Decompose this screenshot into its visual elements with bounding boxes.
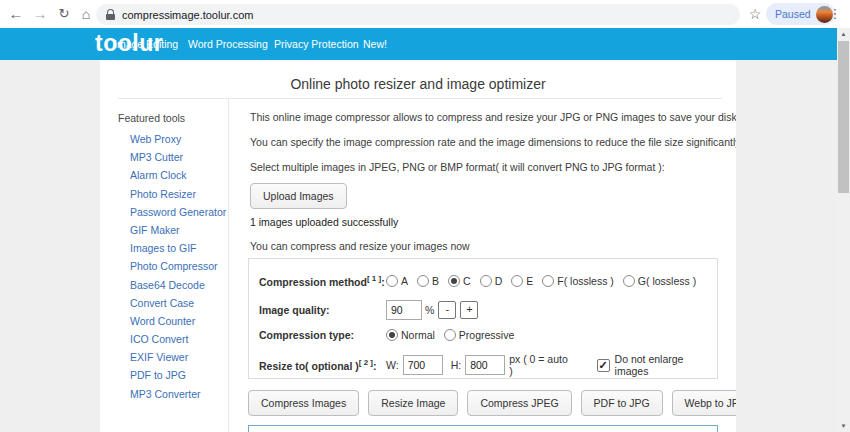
browser-toolbar: ← → ↻ ⌂ compressimage.toolur.com ☆ Pause… <box>0 0 850 28</box>
image-quality-row: Image quality: % - + <box>259 300 711 320</box>
method-option-label: F( lossless ) <box>557 275 614 287</box>
reload-icon[interactable]: ↻ <box>54 0 74 28</box>
sidebar-item-web-proxy[interactable]: Web Proxy <box>130 130 226 148</box>
intro-paragraph-3: Select multiple images in JPEG, PNG or B… <box>250 161 665 173</box>
quality-unit: % <box>425 304 434 316</box>
method-radio-f-lossless[interactable] <box>542 275 554 287</box>
method-radio-b[interactable] <box>417 275 429 287</box>
quality-input[interactable] <box>386 300 422 320</box>
image-quality-label: Image quality: <box>259 304 386 316</box>
resize-label: Resize to( optional )[ 2 ]: <box>259 358 386 372</box>
sidebar-item-convert-case[interactable]: Convert Case <box>130 294 226 312</box>
nav-item-privacy-protection[interactable]: Privacy Protection <box>274 28 359 60</box>
sidebar-item-ico-convert[interactable]: ICO Convert <box>130 330 226 348</box>
sidebar-item-password-generator[interactable]: Password Generator <box>130 203 226 221</box>
compress-images-button[interactable]: Compress Images <box>248 390 359 416</box>
width-label: W: <box>386 359 399 371</box>
browser-menu-icon[interactable]: ⋮ <box>826 0 844 28</box>
compression-method-row: Compression method[ 1 ]: A B C D E F( lo… <box>259 274 711 288</box>
intro-paragraph-1: This online image compressor allows to c… <box>250 111 736 123</box>
quality-increase-button[interactable]: + <box>460 301 478 319</box>
method-radio-a[interactable] <box>386 275 398 287</box>
compression-type-label: Compression type: <box>259 329 386 341</box>
upload-images-button[interactable]: Upload Images <box>250 183 347 209</box>
forward-icon[interactable]: → <box>30 0 50 28</box>
sidebar-item-pdf-to-jpg[interactable]: PDF to JPG <box>130 366 226 384</box>
action-buttons-row: Compress Images Resize Image Compress JP… <box>248 390 736 416</box>
type-radio-normal[interactable] <box>386 329 398 341</box>
sidebar-item-mp3-cutter[interactable]: MP3 Cutter <box>130 148 226 166</box>
type-radio-progressive[interactable] <box>444 329 456 341</box>
upload-status-text: 1 images uploaded successfully <box>250 216 398 228</box>
page-title: Online photo resizer and image optimizer <box>100 76 736 92</box>
scroll-up-icon[interactable]: ▲ <box>837 28 850 40</box>
result-info-box <box>248 425 718 432</box>
webp-to-jpg-button[interactable]: Webp to JPG <box>672 390 736 416</box>
compression-options-panel: Compression method[ 1 ]: A B C D E F( lo… <box>248 258 718 379</box>
compression-type-row: Compression type: Normal Progressive <box>259 329 711 341</box>
sidebar-heading: Featured tools <box>118 112 185 124</box>
height-label: H: <box>451 359 462 371</box>
address-bar[interactable]: compressimage.toolur.com <box>96 4 740 25</box>
divider <box>228 98 229 432</box>
scrollbar-thumb[interactable] <box>838 41 849 193</box>
back-icon[interactable]: ← <box>6 0 26 28</box>
paused-label: Paused <box>775 8 811 20</box>
method-radio-d[interactable] <box>480 275 492 287</box>
nav-item-new[interactable]: New! <box>363 28 387 60</box>
sidebar-item-mp3-converter[interactable]: MP3 Converter <box>130 385 226 403</box>
ready-text: You can compress and resize your images … <box>250 240 470 252</box>
site-navbar: toolur Image Editing Word Processing Pri… <box>0 28 850 60</box>
method-option-label: C <box>463 275 471 287</box>
method-option-label: E <box>526 275 533 287</box>
width-input[interactable] <box>403 355 443 375</box>
sidebar-item-photo-compressor[interactable]: Photo Compressor <box>130 257 226 275</box>
divider <box>118 98 722 99</box>
sidebar-item-base64-decode[interactable]: Base64 Decode <box>130 276 226 294</box>
do-not-enlarge-label: Do not enlarge images <box>615 353 711 377</box>
resize-hint: px ( 0 = auto ) <box>509 353 568 377</box>
nav-item-image-editing[interactable]: Image Editing <box>114 28 178 60</box>
type-option-label: Progressive <box>459 329 514 341</box>
method-option-label: D <box>495 275 503 287</box>
method-radio-e[interactable] <box>511 275 523 287</box>
resize-image-button[interactable]: Resize Image <box>368 390 458 416</box>
content-card: Online photo resizer and image optimizer… <box>100 60 736 432</box>
nav-item-word-processing[interactable]: Word Processing <box>188 28 268 60</box>
intro-paragraph-2: You can specify the image compression ra… <box>250 136 736 148</box>
sidebar-item-gif-maker[interactable]: GIF Maker <box>130 221 226 239</box>
lock-icon[interactable] <box>106 9 115 20</box>
height-input[interactable] <box>465 355 505 375</box>
method-radio-g-lossless[interactable] <box>623 275 635 287</box>
method-option-label: B <box>432 275 439 287</box>
bookmark-star-icon[interactable]: ☆ <box>745 0 765 28</box>
type-option-label: Normal <box>401 329 435 341</box>
resize-row: Resize to( optional )[ 2 ]: W: H: px ( 0… <box>259 353 711 377</box>
sidebar-item-word-counter[interactable]: Word Counter <box>130 312 226 330</box>
sidebar: Web Proxy MP3 Cutter Alarm Clock Photo R… <box>130 130 226 403</box>
compress-jpeg-button[interactable]: Compress JPEG <box>467 390 571 416</box>
profile-paused-chip[interactable]: Paused <box>766 3 835 25</box>
url-text[interactable]: compressimage.toolur.com <box>122 9 253 21</box>
sidebar-item-photo-resizer[interactable]: Photo Resizer <box>130 185 226 203</box>
do-not-enlarge-checkbox[interactable] <box>597 359 610 372</box>
sidebar-item-exif-viewer[interactable]: EXIF Viewer <box>130 348 226 366</box>
pdf-to-jpg-button[interactable]: PDF to JPG <box>581 390 663 416</box>
method-option-label: G( lossless ) <box>638 275 696 287</box>
sidebar-item-alarm-clock[interactable]: Alarm Clock <box>130 166 226 184</box>
method-radio-c[interactable] <box>448 275 460 287</box>
page-scrollbar[interactable]: ▲ ▼ <box>837 28 850 432</box>
sidebar-item-images-to-gif[interactable]: Images to GIF <box>130 239 226 257</box>
home-icon[interactable]: ⌂ <box>76 0 96 28</box>
compression-method-label: Compression method[ 1 ]: <box>259 274 386 288</box>
method-option-label: A <box>401 275 408 287</box>
scroll-down-icon[interactable]: ▼ <box>837 420 850 432</box>
quality-decrease-button[interactable]: - <box>438 301 456 319</box>
